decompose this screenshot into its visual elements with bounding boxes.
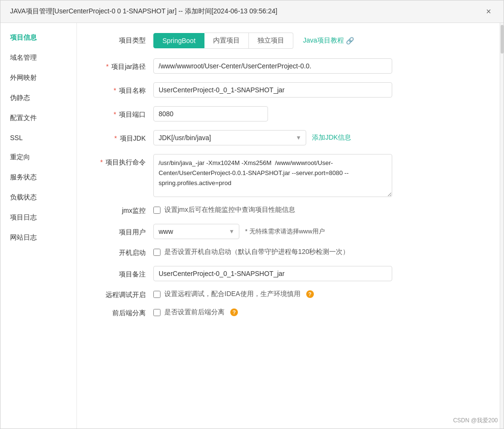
boot-start-label: 开机启动: [96, 248, 153, 257]
scrollbar[interactable]: [500, 23, 504, 429]
frontend-backend-row: 前后端分离 是否设置前后端分离 ?: [96, 308, 481, 318]
user-select-row: www ▼ * 无特殊需求请选择www用户: [153, 224, 325, 239]
required-star-5: *: [100, 158, 103, 166]
sidebar-item-ssl[interactable]: SSL: [0, 128, 76, 147]
required-star-3: *: [114, 110, 116, 118]
jmx-content: 设置jmx后可在性能监控中查询项目性能信息: [153, 206, 481, 214]
jdk-select-wrapper: JDK[/usr/bin/java] ▼: [153, 130, 306, 145]
project-note-input[interactable]: [153, 266, 392, 281]
scrollbar-thumb: [501, 25, 504, 54]
boot-start-content: 是否设置开机自动启动（默认自带守护进程每120秒检测一次）: [153, 248, 481, 256]
remote-debug-text: 设置远程调试，配合IDEA使用，生产环境慎用: [164, 290, 300, 298]
modal-body: 项目信息 域名管理 外网映射 伪静态 配置文件 SSL 重定向 服务状态: [0, 23, 504, 429]
sidebar-item-website-log[interactable]: 网站日志: [0, 228, 76, 248]
add-jdk-link[interactable]: 添加JDK信息: [312, 133, 351, 142]
user-select-wrapper: www ▼: [153, 224, 239, 239]
project-jdk-label: * 项目JDK: [96, 130, 153, 143]
jdk-select-row: JDK[/usr/bin/java] ▼ 添加JDK信息: [153, 130, 351, 145]
project-type-label: 项目类型: [96, 36, 153, 45]
type-buttons-group: SpringBoot 内置项目 独立项目: [153, 33, 293, 49]
frontend-backend-text: 是否设置前后端分离: [164, 308, 225, 317]
boot-start-checkbox[interactable]: [153, 249, 161, 256]
project-note-label: 项目备注: [96, 266, 153, 279]
form-section: 项目类型 SpringBoot 内置项目 独立项目 Java项目教程 🔗 *: [96, 33, 481, 318]
sidebar-item-domain-mgmt[interactable]: 域名管理: [0, 48, 76, 68]
watermark: CSDN @我爱200: [453, 417, 498, 425]
close-button[interactable]: ×: [483, 6, 494, 17]
remote-debug-content: 设置远程调试，配合IDEA使用，生产环境慎用 ?: [153, 290, 481, 298]
type-btn-standalone[interactable]: 独立项目: [249, 33, 293, 49]
remote-debug-checkbox[interactable]: [153, 291, 161, 298]
jmx-checkbox[interactable]: [153, 207, 161, 214]
external-link-icon: 🔗: [346, 37, 354, 44]
project-note-row: 项目备注: [96, 266, 481, 281]
type-btn-springboot[interactable]: SpringBoot: [153, 33, 204, 48]
remote-debug-label: 远程调试开启: [96, 290, 153, 299]
required-star-4: *: [114, 134, 117, 142]
sidebar-item-project-info[interactable]: 项目信息: [0, 28, 76, 48]
jar-path-input[interactable]: [153, 58, 392, 74]
jmx-row: jmx监控 设置jmx后可在性能监控中查询项目性能信息: [96, 206, 481, 215]
frontend-backend-checkbox[interactable]: [153, 309, 161, 316]
frontend-backend-label: 前后端分离: [96, 308, 153, 318]
sidebar-item-load-status[interactable]: 负载状态: [0, 187, 76, 208]
project-port-label: * 项目端口: [96, 106, 153, 120]
sidebar: 项目信息 域名管理 外网映射 伪静态 配置文件 SSL 重定向 服务状态: [0, 23, 77, 429]
required-star-2: *: [114, 87, 116, 94]
project-name-row: * 项目名称: [96, 82, 481, 98]
java-tutorial-link[interactable]: Java项目教程 🔗: [303, 36, 354, 45]
jdk-select[interactable]: JDK[/usr/bin/java]: [153, 130, 306, 145]
project-name-label: * 项目名称: [96, 82, 153, 96]
project-user-row: 项目用户 www ▼ * 无特殊需求请选择www用户: [96, 224, 481, 239]
jmx-label: jmx监控: [96, 206, 153, 215]
frontend-backend-content: 是否设置前后端分离 ?: [153, 308, 481, 317]
sidebar-item-project-log[interactable]: 项目日志: [0, 208, 76, 228]
frontend-backend-help-icon[interactable]: ?: [230, 308, 238, 316]
project-cmd-row: * 项目执行命令 /usr/bin/java_-jar -Xmx1024M -X…: [96, 154, 481, 197]
sidebar-item-external-map[interactable]: 外网映射: [0, 68, 76, 88]
project-jdk-row: * 项目JDK JDK[/usr/bin/java] ▼ 添加JDK信息: [96, 130, 481, 145]
sidebar-item-config-file[interactable]: 配置文件: [0, 108, 76, 128]
remote-debug-help-icon[interactable]: ?: [306, 290, 314, 298]
type-btn-builtin[interactable]: 内置项目: [204, 33, 249, 49]
remote-debug-row: 远程调试开启 设置远程调试，配合IDEA使用，生产环境慎用 ?: [96, 290, 481, 299]
boot-start-row: 开机启动 是否设置开机自动启动（默认自带守护进程每120秒检测一次）: [96, 248, 481, 257]
modal-title: JAVA项目管理[UserCenterProject-0 0 1-SNAPSHO…: [10, 7, 277, 16]
project-type-row: 项目类型 SpringBoot 内置项目 独立项目 Java项目教程 🔗: [96, 33, 481, 49]
user-hint: * 无特殊需求请选择www用户: [245, 227, 325, 236]
project-cmd-textarea[interactable]: /usr/bin/java_-jar -Xmx1024M -Xms256M /w…: [153, 154, 392, 197]
project-cmd-label: * 项目执行命令: [96, 154, 153, 167]
project-port-input[interactable]: [153, 106, 268, 121]
user-select[interactable]: www: [153, 224, 239, 239]
jmx-checkbox-text: 设置jmx后可在性能监控中查询项目性能信息: [164, 206, 295, 214]
required-star: *: [106, 63, 108, 70]
jar-path-row: * 项目jar路径: [96, 58, 481, 74]
modal-window: JAVA项目管理[UserCenterProject-0 0 1-SNAPSHO…: [0, 0, 504, 429]
project-port-row: * 项目端口: [96, 106, 481, 121]
project-user-label: 项目用户: [96, 224, 153, 237]
sidebar-item-static[interactable]: 伪静态: [0, 88, 76, 108]
jar-path-label: * 项目jar路径: [96, 58, 153, 72]
sidebar-item-redirect[interactable]: 重定向: [0, 147, 76, 167]
project-name-input[interactable]: [153, 82, 392, 98]
sidebar-item-service-status[interactable]: 服务状态: [0, 167, 76, 187]
modal-header: JAVA项目管理[UserCenterProject-0 0 1-SNAPSHO…: [0, 0, 504, 23]
main-content: 项目类型 SpringBoot 内置项目 独立项目 Java项目教程 🔗 *: [77, 23, 500, 429]
boot-start-text: 是否设置开机自动启动（默认自带守护进程每120秒检测一次）: [164, 248, 349, 256]
